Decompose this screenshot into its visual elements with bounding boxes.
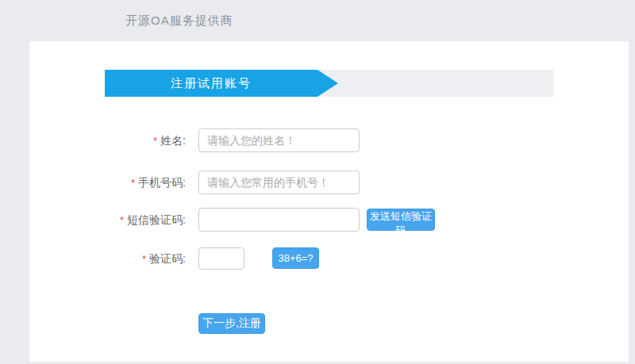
brand-title: 开源OA服务提供商 [125, 0, 233, 41]
send-sms-code-button[interactable]: 发送短信验证码 [367, 209, 435, 231]
submit-register-button[interactable]: 下一步,注册 [198, 313, 265, 334]
step-banner-track: 注册试用账号 [105, 70, 553, 97]
captcha-question-button[interactable]: 38+6=? [272, 247, 319, 269]
sms-code-label: *短信验证码: [29, 208, 186, 232]
form-row-name: *姓名: [29, 128, 629, 152]
step-banner-arrow: 注册试用账号 [105, 70, 318, 97]
phone-input[interactable] [198, 171, 360, 194]
sms-code-label-text: 短信验证码: [127, 213, 186, 226]
name-input[interactable] [198, 128, 360, 152]
content-panel: 注册试用账号 *姓名: *手机号码: *短信验证码: 发送短信验证码 *验证码:… [29, 41, 629, 362]
name-label: *姓名: [29, 128, 186, 153]
required-asterisk: * [142, 253, 146, 265]
form-row-sms-code: *短信验证码: 发送短信验证码 [29, 208, 629, 232]
required-asterisk: * [153, 135, 157, 147]
required-asterisk: * [120, 214, 124, 226]
required-asterisk: * [131, 177, 135, 189]
captcha-label: *验证码: [29, 247, 186, 271]
sms-code-input[interactable] [198, 208, 360, 232]
captcha-input[interactable] [198, 247, 244, 270]
captcha-label-text: 验证码: [149, 252, 186, 265]
step-banner-title: 注册试用账号 [171, 76, 252, 90]
phone-label-text: 手机号码: [138, 176, 186, 189]
form-row-captcha: *验证码: 38+6=? [29, 247, 629, 270]
phone-label: *手机号码: [29, 171, 186, 195]
top-header: 开源OA服务提供商 [0, 0, 635, 41]
name-label-text: 姓名: [160, 134, 186, 147]
form-row-phone: *手机号码: [29, 171, 629, 194]
